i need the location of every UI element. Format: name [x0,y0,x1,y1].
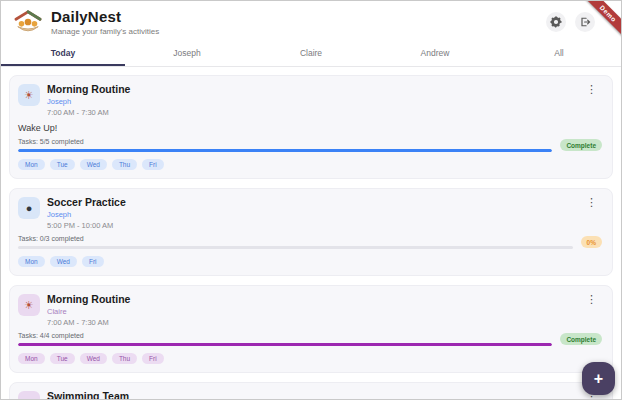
progress-fill [18,149,552,152]
progress-row: Tasks: 0/3 completed 0% [18,235,602,249]
progress-row: Tasks: 4/4 completed Complete [18,332,602,346]
progress-area: Tasks: 4/4 completed [18,332,552,346]
activity-card-header: ≈ Swimming Team Claire 6:00 PM - 7:00 PM… [18,390,602,400]
tab-joseph[interactable]: Joseph [125,41,249,66]
activity-avatar: ● [18,197,40,219]
activity-time: 5:00 PM - 10:00 AM [47,221,126,230]
progress-area: Tasks: 0/3 completed [18,235,573,249]
activity-emoji-icon: ≈ [26,396,32,400]
activity-info: Swimming Team Claire 6:00 PM - 7:00 PM [47,390,129,400]
tasks-label: Tasks: 4/4 completed [18,332,552,339]
activity-info: Morning Routine Joseph 7:00 AM - 7:30 AM [47,83,130,117]
progress-bar [18,246,573,249]
logout-button[interactable] [575,12,595,32]
more-options-button[interactable]: ⋮ [581,196,602,209]
day-chip-tue: Tue [50,159,75,170]
progress-bar [18,343,552,346]
day-chips: MonTueWedThuFri [18,353,602,364]
activity-avatar: ☀ [18,84,40,106]
dailynest-logo-icon [13,9,43,35]
tab-today[interactable]: Today [1,41,125,66]
activity-card: ☀ Morning Routine Claire 7:00 AM - 7:30 … [9,285,613,373]
day-chip-mon: Mon [18,159,45,170]
activity-card: ≈ Swimming Team Claire 6:00 PM - 7:00 PM… [9,382,613,400]
activity-info: Morning Routine Claire 7:00 AM - 7:30 AM [47,293,130,327]
activity-avatar: ☀ [18,294,40,316]
day-chip-fri: Fri [142,159,164,170]
tab-all[interactable]: All [497,41,621,66]
day-chip-fri: Fri [82,256,104,267]
day-chip-wed: Wed [80,159,107,170]
day-chip-thu: Thu [112,159,137,170]
add-activity-button[interactable]: + [582,362,615,395]
progress-fill [18,343,552,346]
more-options-button[interactable]: ⋮ [581,293,602,306]
plus-icon: + [594,370,603,388]
day-chip-wed: Wed [80,353,107,364]
status-badge: 0% [581,236,602,248]
day-chip-fri: Fri [142,353,164,364]
activity-title: Morning Routine [47,83,130,95]
activity-avatar: ≈ [18,391,40,400]
progress-bar [18,149,552,152]
logout-icon [579,16,591,28]
day-chip-wed: Wed [50,256,77,267]
day-chips: MonWedFri [18,256,602,267]
activity-card: ☀ Morning Routine Joseph 7:00 AM - 7:30 … [9,75,613,179]
tasks-label: Tasks: 0/3 completed [18,235,573,242]
activity-card-header: ☀ Morning Routine Claire 7:00 AM - 7:30 … [18,293,602,327]
status-badge: Complete [560,139,602,151]
day-chips: MonTueWedThuFri [18,159,602,170]
gear-icon [550,16,562,28]
activity-info: Soccer Practice Joseph 5:00 PM - 10:00 A… [47,196,126,230]
progress-row: Tasks: 5/5 completed Complete [18,138,602,152]
app-title-block: DailyNest Manage your family's activitie… [51,8,159,36]
tab-claire[interactable]: Claire [249,41,373,66]
day-chip-tue: Tue [50,353,75,364]
activity-card: ● Soccer Practice Joseph 5:00 PM - 10:00… [9,188,613,276]
activity-time: 7:00 AM - 7:30 AM [47,108,130,117]
activity-member: Joseph [47,97,130,106]
app-title: DailyNest [51,8,159,25]
activity-description: Wake Up! [18,123,602,133]
activity-title: Swimming Team [47,390,129,400]
settings-button[interactable] [546,12,566,32]
activity-emoji-icon: ● [26,202,33,214]
activity-time: 7:00 AM - 7:30 AM [47,318,130,327]
tab-andrew[interactable]: Andrew [373,41,497,66]
day-chip-mon: Mon [18,353,45,364]
activity-title: Morning Routine [47,293,130,305]
status-badge: Complete [560,333,602,345]
member-tabs: TodayJosephClaireAndrewAll [1,41,621,67]
tasks-label: Tasks: 5/5 completed [18,138,552,145]
activity-emoji-icon: ☀ [24,89,34,102]
activity-list: ☀ Morning Routine Joseph 7:00 AM - 7:30 … [1,67,621,400]
progress-area: Tasks: 5/5 completed [18,138,552,152]
app-header: DailyNest Manage your family's activitie… [1,1,621,41]
activity-emoji-icon: ☀ [24,299,34,312]
header-actions [546,12,595,32]
activity-card-header: ● Soccer Practice Joseph 5:00 PM - 10:00… [18,196,602,230]
app-subtitle: Manage your family's activities [51,27,159,36]
activity-member: Joseph [47,210,126,219]
activity-card-header: ☀ Morning Routine Joseph 7:00 AM - 7:30 … [18,83,602,117]
day-chip-thu: Thu [112,353,137,364]
activity-member: Claire [47,307,130,316]
day-chip-mon: Mon [18,256,45,267]
activity-title: Soccer Practice [47,196,126,208]
more-options-button[interactable]: ⋮ [581,83,602,96]
